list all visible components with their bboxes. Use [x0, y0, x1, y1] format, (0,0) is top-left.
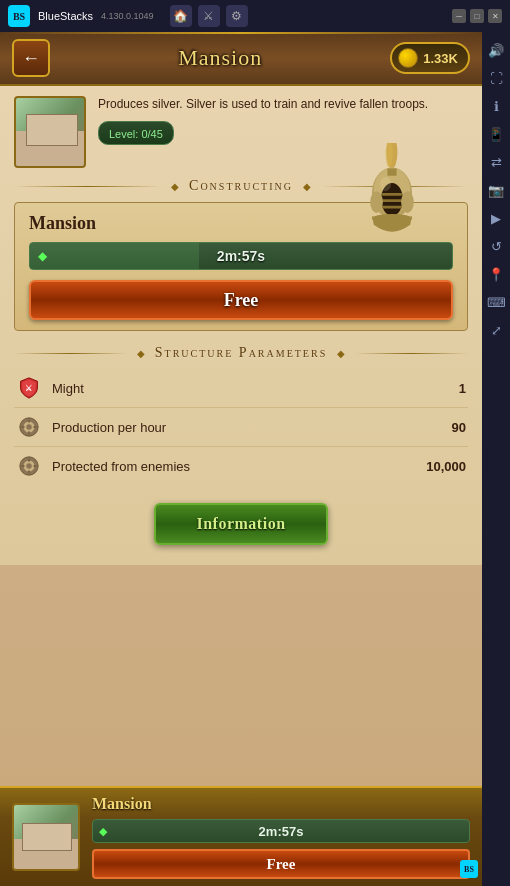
bluestacks-logo: BS — [8, 5, 30, 27]
titlebar: BS BlueStacks 4.130.0.1049 🏠 ⚔ ⚙ ─ □ ✕ — [0, 0, 510, 32]
svg-point-12 — [380, 177, 391, 192]
main-content: Produces silver. Silver is used to train… — [0, 86, 482, 565]
svg-rect-10 — [387, 168, 396, 175]
info-btn-container: Information — [14, 503, 468, 545]
maximize-button[interactable]: □ — [470, 9, 484, 23]
svg-point-16 — [26, 424, 32, 430]
bottom-timer-diamond-icon: ◆ — [99, 825, 107, 838]
bottom-free-button[interactable]: Free — [92, 849, 470, 879]
phone-icon[interactable]: 📱 — [485, 124, 507, 146]
params-divider: ◆ Structure Parameters ◆ — [14, 345, 468, 361]
level-bar: Level: 0/45 — [98, 121, 174, 145]
home-icon[interactable]: 🏠 — [170, 5, 192, 27]
camera-icon[interactable]: 📷 — [485, 180, 507, 202]
divider-line-left — [14, 186, 161, 187]
minimize-button[interactable]: ─ — [452, 9, 466, 23]
production-icon — [16, 414, 42, 440]
svg-rect-5 — [382, 193, 402, 196]
level-text: Level: 0/45 — [109, 128, 163, 140]
param-row-might: ⚔ Might 1 — [14, 369, 468, 408]
svg-rect-6 — [382, 199, 402, 202]
information-button[interactable]: Information — [154, 503, 327, 545]
currency-value: 1.33K — [423, 51, 458, 66]
bottom-title: Mansion — [92, 795, 470, 813]
bluestacks-bottom-icon: BS — [460, 860, 478, 878]
currency-badge: 1.33K — [390, 42, 470, 74]
refresh-icon[interactable]: ↺ — [485, 236, 507, 258]
timer-diamond-icon: ◆ — [38, 249, 47, 264]
video-icon[interactable]: ▶ — [485, 208, 507, 230]
app-name: BlueStacks — [38, 10, 93, 22]
app-version: 4.130.0.1049 — [101, 11, 154, 21]
constructing-label: Constructing — [189, 178, 293, 194]
protected-icon — [16, 453, 42, 479]
header: ← Mansion 1.33K — [0, 32, 482, 86]
game-icon[interactable]: ⚔ — [198, 5, 220, 27]
helmet-decoration — [357, 143, 427, 243]
bottom-timer: ◆ 2m:57s — [92, 819, 470, 843]
timer-bar: ◆ 2m:57s — [29, 242, 453, 270]
svg-point-9 — [401, 191, 414, 213]
game-area: ← Mansion 1.33K Produces silver. Silver … — [0, 32, 482, 886]
bottom-timer-text: 2m:57s — [259, 824, 304, 839]
bottom-content: Mansion ◆ 2m:57s Free — [92, 795, 470, 879]
close-button[interactable]: ✕ — [488, 9, 502, 23]
protected-param-name: Protected from enemies — [52, 459, 426, 474]
construct-building-name: Mansion — [29, 213, 96, 234]
info-icon[interactable]: ℹ — [485, 96, 507, 118]
keyboard-icon[interactable]: ⌨ — [485, 292, 507, 314]
params-divider-diamond-right: ◆ — [337, 348, 345, 359]
expand-icon[interactable]: ⤢ — [485, 320, 507, 342]
free-button[interactable]: Free — [29, 280, 453, 320]
volume-icon[interactable]: 🔊 — [485, 40, 507, 62]
bottom-thumbnail — [12, 803, 80, 871]
production-param-value: 90 — [452, 420, 466, 435]
fullscreen-icon[interactable]: ⛶ — [485, 68, 507, 90]
building-thumbnail — [14, 96, 86, 168]
right-sidebar: 🔊 ⛶ ℹ 📱 ⇄ 📷 ▶ ↺ 📍 ⌨ ⤢ — [482, 32, 510, 886]
page-title: Mansion — [178, 45, 262, 71]
production-param-name: Production per hour — [52, 420, 452, 435]
building-description: Produces silver. Silver is used to train… — [98, 96, 468, 145]
location-icon[interactable]: 📍 — [485, 264, 507, 286]
params-divider-line-left — [14, 353, 127, 354]
params-section-label: Structure Parameters — [155, 345, 327, 361]
might-icon: ⚔ — [16, 375, 42, 401]
constructing-section: Mansion ◆ 2m:57s Free — [14, 202, 468, 331]
svg-text:⚔: ⚔ — [26, 383, 33, 393]
divider-diamond-right: ◆ — [303, 181, 311, 192]
bottom-bar: Mansion ◆ 2m:57s Free — [0, 786, 482, 886]
params-section: ⚔ Might 1 — [14, 369, 468, 485]
might-param-name: Might — [52, 381, 459, 396]
params-divider-line-right — [355, 353, 468, 354]
param-row-protected: Protected from enemies 10,000 — [14, 447, 468, 485]
transfer-icon[interactable]: ⇄ — [485, 152, 507, 174]
params-divider-diamond-left: ◆ — [137, 348, 145, 359]
svg-rect-7 — [382, 206, 402, 209]
building-desc-text: Produces silver. Silver is used to train… — [98, 96, 468, 113]
param-row-production: Production per hour 90 — [14, 408, 468, 447]
svg-point-19 — [26, 463, 32, 469]
svg-point-8 — [370, 191, 383, 213]
might-param-value: 1 — [459, 381, 466, 396]
settings-icon[interactable]: ⚙ — [226, 5, 248, 27]
coin-icon — [398, 48, 418, 68]
timer-text: 2m:57s — [217, 248, 265, 264]
protected-param-value: 10,000 — [426, 459, 466, 474]
divider-diamond-left: ◆ — [171, 181, 179, 192]
back-button[interactable]: ← — [12, 39, 50, 77]
